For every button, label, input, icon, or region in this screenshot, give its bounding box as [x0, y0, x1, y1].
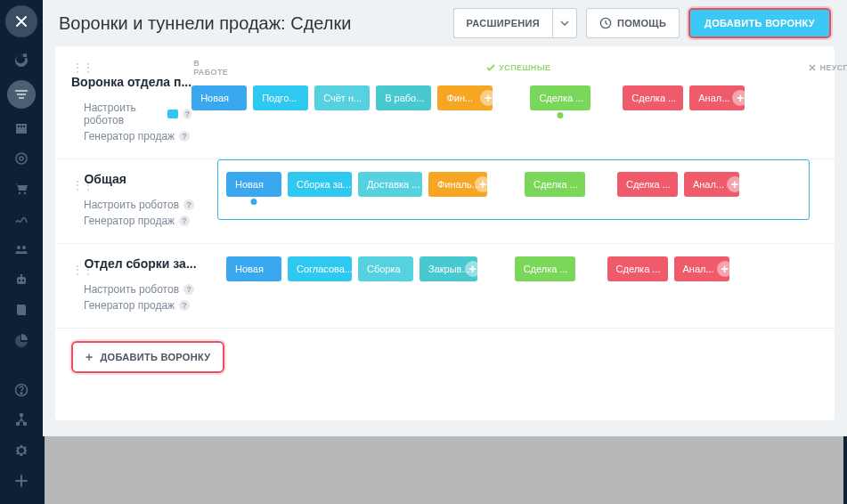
add-stage-icon[interactable]: + [732, 90, 748, 106]
add-stage-icon[interactable]: + [465, 261, 481, 277]
stage[interactable]: Сборка [358, 256, 413, 281]
stage[interactable]: Фин... + [437, 85, 493, 110]
question-hint-icon[interactable]: ? [179, 215, 190, 226]
svg-rect-4 [18, 126, 20, 127]
plus-icon[interactable] [7, 470, 36, 492]
stage[interactable]: Новая [191, 85, 247, 110]
clock-icon [599, 17, 612, 29]
add-funnel-top-button[interactable]: ДОБАВИТЬ ВОРОНКУ [688, 8, 831, 38]
stage[interactable]: Сделка ... [530, 85, 590, 110]
extensions-split: РАСШИРЕНИЯ [453, 8, 577, 38]
status-work-label: В РАБОТЕ [193, 59, 228, 77]
funnel-row: ⋮⋮ Общая Настроить роботов ? Генератор п… [55, 159, 835, 244]
add-stage-icon[interactable]: + [475, 176, 491, 192]
svg-rect-14 [19, 280, 20, 281]
funnel-left: ⋮⋮ Общая Настроить роботов ? Генератор п… [64, 172, 226, 231]
svg-point-20 [17, 423, 20, 426]
stage[interactable]: Сделка ... [617, 172, 678, 197]
svg-rect-15 [22, 280, 24, 281]
svg-rect-5 [20, 126, 22, 127]
svg-rect-3 [16, 124, 27, 134]
configure-robots-link[interactable]: Настроить роботов ? [71, 199, 226, 211]
cart-icon[interactable] [7, 178, 36, 199]
refresh-icon[interactable] [7, 50, 36, 71]
gear-icon[interactable] [7, 440, 36, 461]
configure-robots-link[interactable]: Настроить роботов ? [71, 283, 226, 296]
question-hint-icon[interactable]: ? [183, 284, 194, 295]
stage[interactable]: Закрыв... + [419, 256, 477, 281]
funnel-name[interactable]: Воронка отдела п... [71, 75, 191, 89]
stage[interactable]: Согласова... [288, 256, 352, 281]
stage[interactable]: Сборка за... [288, 172, 352, 197]
filter-icon[interactable] [7, 80, 36, 109]
add-stage-icon[interactable]: + [480, 90, 496, 106]
extensions-dropdown[interactable] [552, 8, 577, 38]
stage[interactable]: Счёт н... [314, 85, 370, 110]
funnels-card: ⋮⋮ Воронка отдела п... Настроить роботов… [55, 46, 835, 420]
target-icon[interactable] [7, 148, 36, 169]
svg-point-21 [24, 423, 27, 426]
svg-point-9 [19, 192, 21, 195]
stage[interactable]: Новая [226, 256, 281, 281]
funnel-row: ⋮⋮ Отдел сборки за... Настроить роботов … [55, 244, 835, 329]
stages-row: Новая Согласова... Сборка Закрыв... + Сд… [226, 256, 835, 281]
funnel-left: ⋮⋮ Воронка отдела п... Настроить роботов… [64, 59, 191, 146]
stage[interactable]: Сделка ... [623, 85, 683, 110]
sales-generator-link[interactable]: Генератор продаж ? [71, 130, 191, 142]
stage[interactable]: Анал... + [689, 85, 745, 110]
pie-icon[interactable] [7, 329, 36, 351]
funnel-name[interactable]: Отдел сборки за... [84, 256, 196, 271]
extensions-button[interactable]: РАСШИРЕНИЯ [453, 8, 552, 38]
drag-handle-icon[interactable]: ⋮⋮ [71, 263, 80, 277]
stage-area: Новая Сборка за... Доставка ... Финаль..… [226, 172, 835, 197]
stage[interactable]: Новая [226, 172, 281, 197]
help-label: ПОМОЩЬ [617, 18, 666, 28]
help-button[interactable]: ПОМОЩЬ [586, 8, 680, 38]
svg-rect-6 [23, 126, 25, 127]
funnel-name[interactable]: Общая [84, 172, 126, 186]
add-funnel-bottom-button[interactable]: + ДОБАВИТЬ ВОРОНКУ [71, 341, 224, 373]
sign-icon[interactable] [7, 208, 36, 230]
add-stage-icon[interactable]: + [717, 261, 733, 277]
header-actions: РАСШИРЕНИЯ ПОМОЩЬ ДОБАВИТЬ ВОРОНКУ [453, 8, 831, 38]
stage[interactable]: Доставка ... [358, 172, 422, 197]
svg-rect-13 [17, 277, 26, 284]
book-icon[interactable] [7, 299, 36, 321]
status-success-label: УСПЕШНЫЕ [486, 59, 550, 77]
svg-point-7 [16, 153, 27, 164]
configure-robots-link[interactable]: Настроить роботов ? [71, 102, 191, 126]
robot-icon[interactable] [7, 269, 36, 290]
question-hint-icon[interactable]: ? [183, 199, 194, 210]
question-hint-icon[interactable]: ? [183, 109, 191, 119]
stage[interactable]: В рабо... [376, 85, 431, 110]
stage[interactable]: Сделка ... [515, 256, 575, 281]
question-hint-icon[interactable]: ? [179, 131, 190, 142]
add-funnel-top-label: ДОБАВИТЬ ВОРОНКУ [704, 18, 815, 28]
svg-rect-16 [20, 274, 22, 277]
stage[interactable]: Финаль... + [428, 172, 487, 197]
stage[interactable]: Анал... + [674, 256, 729, 281]
sales-generator-link[interactable]: Генератор продаж ? [71, 299, 226, 312]
stage[interactable]: Анал... + [684, 172, 739, 197]
branch-icon[interactable] [7, 410, 36, 431]
add-stage-icon[interactable]: + [727, 176, 743, 192]
app-sidebar [0, 0, 43, 504]
svg-point-18 [20, 393, 22, 394]
stage[interactable]: Подго... [253, 85, 308, 110]
svg-rect-0 [15, 90, 28, 92]
drag-handle-icon[interactable]: ⋮⋮ [71, 178, 80, 192]
stage[interactable]: Сделка ... [525, 172, 585, 197]
building-icon[interactable] [7, 118, 36, 139]
stages-row: Новая Подго... Счёт н... В рабо... Фин..… [191, 85, 847, 110]
stage[interactable]: Сделка ... [607, 256, 668, 281]
funnel-row: ⋮⋮ Воронка отдела п... Настроить роботов… [55, 46, 835, 159]
drag-handle-icon[interactable]: ⋮⋮ [71, 61, 80, 75]
question-icon[interactable] [7, 379, 36, 401]
sales-generator-link[interactable]: Генератор продаж ? [71, 215, 226, 227]
add-funnel-bottom-label: ДОБАВИТЬ ВОРОНКУ [100, 352, 210, 362]
question-hint-icon[interactable]: ? [179, 300, 190, 311]
close-icon[interactable] [5, 5, 37, 37]
group-icon[interactable] [7, 239, 36, 260]
status-headers: В РАБОТЕ УСПЕШНЫЕ НЕУСПЕШНЫЕ [191, 59, 847, 77]
svg-point-19 [20, 414, 23, 417]
